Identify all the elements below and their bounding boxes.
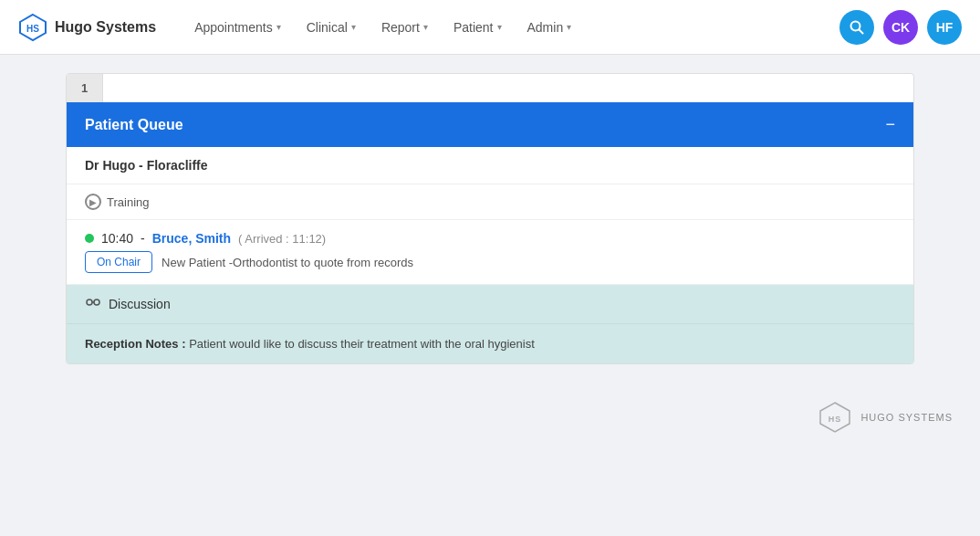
brand: HS Hugo Systems [18,13,156,42]
navbar-actions: CK HF [839,10,962,45]
footer: HS HUGO SYSTEMS [0,383,980,452]
main-content: 1 Patient Queue − Dr Hugo - Floracliffe … [0,55,980,383]
chevron-down-icon: ▾ [423,22,428,32]
appointment-time: 10:40 [101,231,133,246]
footer-brand-name: HUGO SYSTEMS [860,412,953,423]
navbar: HS Hugo Systems Appointments ▾ Clinical … [0,0,980,55]
status-dot-green [85,234,94,243]
appointment-actions: On Chair New Patient -Orthodontist to qu… [85,251,895,273]
appointment-row: 10:40 - Bruce, Smith ( Arrived : 11:12) … [67,220,913,285]
collapse-icon: − [885,115,895,134]
reception-notes-row: Reception Notes : Patient would like to … [67,324,913,363]
user-hf-button[interactable]: HF [927,10,962,45]
queue-title: Patient Queue [85,117,183,133]
doctor-name: Dr Hugo - Floracliffe [85,158,208,173]
reception-notes-label: Reception Notes : [85,337,186,351]
training-row[interactable]: ▶ Training [67,184,913,220]
nav-report[interactable]: Report ▾ [370,13,439,42]
footer-logo-icon: HS [818,401,851,434]
chevron-down-icon: ▾ [351,22,356,32]
arrived-text: ( Arrived : 11:12) [238,232,326,246]
training-label: Training [107,195,149,209]
separator: - [141,231,145,246]
nav-appointments[interactable]: Appointments ▾ [183,13,292,42]
brand-logo-icon: HS [18,13,47,42]
nav-patient[interactable]: Patient ▾ [443,13,513,42]
reception-notes-text: Patient would like to discuss their trea… [189,337,535,351]
patient-name-link[interactable]: Bruce, Smith [152,231,231,246]
training-play-icon: ▶ [85,194,101,210]
doctor-row: Dr Hugo - Floracliffe [67,147,913,184]
user-ck-button[interactable]: CK [883,10,918,45]
svg-point-5 [94,300,99,305]
nav-admin[interactable]: Admin ▾ [516,13,583,42]
navbar-nav: Appointments ▾ Clinical ▾ Report ▾ Patie… [183,13,839,42]
discussion-icon [85,296,101,312]
brand-name: Hugo Systems [55,19,156,36]
svg-text:HS: HS [26,24,39,34]
discussion-row: Discussion [67,285,913,324]
appointment-time-line: 10:40 - Bruce, Smith ( Arrived : 11:12) [85,231,895,246]
chevron-down-icon: ▾ [567,22,571,32]
svg-line-3 [860,29,863,33]
on-chair-button[interactable]: On Chair [85,251,152,273]
svg-point-4 [87,300,92,305]
appointment-note: New Patient -Orthodontist to quote from … [162,256,413,269]
nav-clinical[interactable]: Clinical ▾ [296,13,367,42]
patient-queue-card: 1 Patient Queue − Dr Hugo - Floracliffe … [66,73,914,364]
search-button[interactable] [839,10,874,45]
chevron-down-icon: ▾ [497,22,502,32]
svg-text:HS: HS [829,415,842,424]
chevron-down-icon: ▾ [276,22,281,32]
search-icon [850,20,864,35]
card-tab[interactable]: 1 [67,74,103,102]
discussion-label: Discussion [109,297,171,311]
queue-header[interactable]: Patient Queue − [67,102,913,147]
